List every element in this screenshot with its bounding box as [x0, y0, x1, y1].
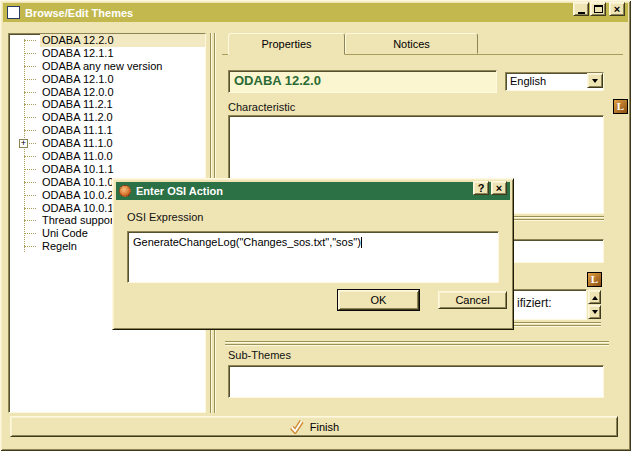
- tree-item[interactable]: ODABA 12.0.0: [9, 86, 205, 99]
- language-l-icon-button[interactable]: L: [613, 99, 628, 114]
- tree-item[interactable]: ODABA 11.2.0: [9, 111, 205, 124]
- spinner-down-button[interactable]: [588, 305, 601, 319]
- tab-properties[interactable]: Properties: [228, 33, 345, 55]
- maximize-icon: [594, 5, 603, 13]
- language-value: English: [510, 75, 546, 87]
- arrow-down-icon: [592, 310, 598, 317]
- tree-item[interactable]: +ODABA 11.1.0: [9, 137, 205, 150]
- cancel-button[interactable]: Cancel: [438, 291, 507, 309]
- window-title: Browse/Edit Themes: [25, 7, 133, 19]
- chevron-down-icon: [592, 79, 598, 86]
- dialog-help-button[interactable]: ?: [473, 181, 489, 195]
- check-icon: [289, 419, 304, 434]
- maximize-button[interactable]: [590, 2, 606, 16]
- tree-item[interactable]: ODABA 12.1.1: [9, 47, 205, 60]
- date-spinner: [588, 290, 601, 319]
- tree-item[interactable]: ODABA 10.1.1: [9, 163, 205, 176]
- language-select[interactable]: English: [505, 72, 604, 91]
- arrow-up-icon: [592, 293, 598, 300]
- tree-item[interactable]: ODABA 12.2.0: [9, 34, 205, 47]
- tree-item[interactable]: ODABA 11.2.1: [9, 98, 205, 111]
- spinner-up-button[interactable]: [588, 290, 601, 304]
- osi-expression-label: OSI Expression: [127, 211, 203, 223]
- ok-button[interactable]: OK: [338, 290, 419, 310]
- language-l-icon-button[interactable]: L: [587, 272, 602, 287]
- close-button[interactable]: ×: [609, 2, 625, 16]
- enter-osi-action-dialog: Enter OSI Action ? × OSI Expression Gene…: [112, 178, 514, 330]
- tree-item[interactable]: ODABA 11.0.0: [9, 150, 205, 163]
- window-titlebar[interactable]: Browse/Edit Themes: [3, 3, 628, 22]
- expand-icon[interactable]: +: [19, 139, 28, 148]
- main-window: Browse/Edit Themes × ODABA 12.2.0 ODABA …: [0, 0, 631, 451]
- dialog-titlebar[interactable]: Enter OSI Action: [116, 182, 510, 200]
- modified-label-fragment: ifiziert:: [517, 296, 552, 310]
- divider: [225, 341, 609, 346]
- minimize-button[interactable]: [573, 2, 589, 16]
- finish-button[interactable]: Finish: [10, 416, 618, 437]
- tree-item[interactable]: ODABA 12.1.0: [9, 73, 205, 86]
- subthemes-label: Sub-Themes: [228, 349, 291, 361]
- dialog-title: Enter OSI Action: [136, 185, 223, 197]
- tree-item[interactable]: ODABA any new version: [9, 60, 205, 73]
- minimize-icon: [578, 12, 585, 14]
- language-dropdown-button[interactable]: [587, 73, 603, 88]
- dialog-close-button[interactable]: ×: [491, 181, 507, 195]
- tree-item[interactable]: ODABA 11.1.1: [9, 124, 205, 137]
- text-caret: [361, 237, 362, 248]
- osi-action-icon: [119, 185, 131, 197]
- theme-title-field[interactable]: ODABA 12.2.0: [228, 70, 497, 93]
- characteristic-label: Characteristic: [228, 101, 295, 113]
- app-icon: [7, 6, 20, 19]
- tab-notices[interactable]: Notices: [345, 33, 478, 54]
- finish-label: Finish: [310, 421, 339, 433]
- subthemes-textarea[interactable]: [228, 365, 604, 398]
- osi-expression-input[interactable]: GenerateChangeLog("Changes_sos.txt","sos…: [127, 231, 499, 283]
